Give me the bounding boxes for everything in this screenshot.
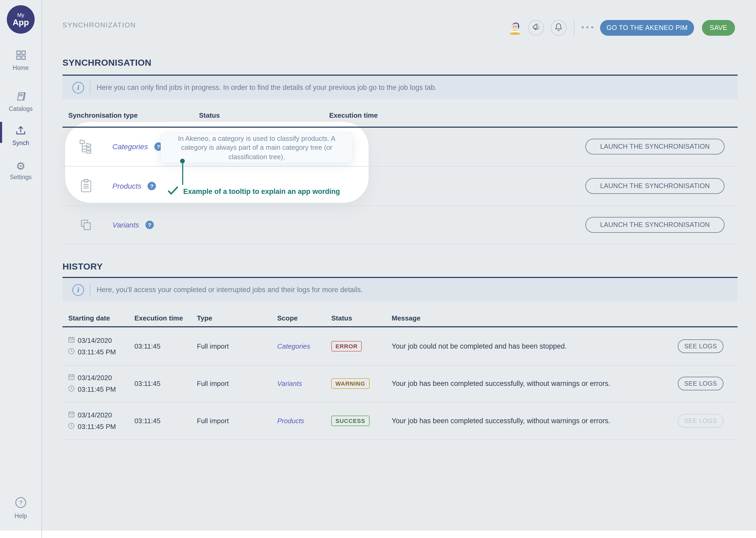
message-cell: Your job has been completed successfully… <box>392 380 610 388</box>
message-cell: Your job could not be completed and has … <box>392 342 567 350</box>
see-logs-button[interactable]: SEE LOGS <box>678 377 724 390</box>
header-divider <box>574 20 574 36</box>
sidebar-item-home[interactable]: Home <box>0 50 41 71</box>
column-header: Execution time <box>134 314 183 322</box>
sync-type-label: Variants <box>112 220 139 229</box>
column-header: Starting date <box>68 314 110 322</box>
see-logs-button-disabled[interactable]: SEE LOGS <box>678 414 724 427</box>
svg-text:?: ? <box>19 499 22 506</box>
starting-date-cell: 03/14/2020 03:11:45 PM <box>68 337 116 356</box>
notifications-button[interactable] <box>551 20 566 36</box>
home-icon <box>16 50 25 62</box>
execution-time-cell: 03:11:45 <box>134 342 161 350</box>
sync-rule <box>63 75 737 76</box>
type-cell: Full import <box>197 417 229 424</box>
categories-tree-icon <box>79 139 93 154</box>
starting-date: 03/14/2020 <box>78 411 112 419</box>
info-icon: i <box>72 284 84 296</box>
column-header: Synchronisation type <box>68 111 138 119</box>
products-clipboard-icon <box>79 179 93 193</box>
column-header: Status <box>199 111 220 119</box>
logo-text-top: My <box>17 12 24 18</box>
app-logo[interactable]: My App <box>7 5 35 34</box>
calendar-icon <box>68 374 74 382</box>
help-question-badge[interactable]: ? <box>145 220 154 229</box>
sync-section-title: SYNCHRONISATION <box>63 58 152 68</box>
clock-icon <box>68 385 74 393</box>
execution-time-cell: 03:11:45 <box>134 380 161 388</box>
scope-cell[interactable]: Variants <box>277 380 302 388</box>
avatar[interactable] <box>508 21 522 35</box>
sync-info-text: Here you can only find jobs in progress.… <box>97 83 437 91</box>
scope-cell[interactable]: Products <box>277 417 304 424</box>
see-logs-button[interactable]: SEE LOGS <box>678 340 724 353</box>
calendar-icon <box>68 411 74 419</box>
sync-type-label: Products <box>112 182 141 190</box>
starting-time: 03:11:45 PM <box>78 385 116 393</box>
sidebar-item-label: Settings <box>10 174 31 180</box>
sidebar-item-help[interactable]: ? Help <box>0 497 41 519</box>
active-nav-indicator <box>0 122 2 143</box>
sync-row-variants: Variants ? LAUNCH THE SYNCHRONISATION <box>63 205 737 244</box>
history-section-title: HISTORY <box>63 262 103 272</box>
sidebar-item-label: Home <box>13 65 28 71</box>
history-rule <box>63 277 737 278</box>
variants-copy-icon <box>79 218 93 232</box>
launch-sync-button[interactable]: LAUNCH THE SYNCHRONISATION <box>586 138 725 154</box>
starting-time: 03:11:45 PM <box>78 422 116 430</box>
starting-date-cell: 03/14/2020 03:11:45 PM <box>68 411 116 430</box>
tooltip-pointer-dot <box>180 159 185 163</box>
row-divider <box>63 439 737 440</box>
tooltip-note: Example of a tooltip to explain an app w… <box>167 186 340 197</box>
history-row: 03/14/2020 03:11:45 PM 03:11:45 Full imp… <box>63 365 737 402</box>
row-divider <box>63 244 737 244</box>
save-button[interactable]: SAVE <box>702 20 735 36</box>
starting-date: 03/14/2020 <box>78 337 112 345</box>
column-header: Execution time <box>329 111 378 119</box>
help-icon: ? <box>15 497 26 510</box>
history-row: 03/14/2020 03:11:45 PM 03:11:45 Full imp… <box>63 402 737 439</box>
overflow-menu[interactable] <box>582 26 593 28</box>
sidebar-item-settings[interactable]: ⚙ Settings <box>0 161 41 180</box>
sidebar-divider <box>41 0 42 538</box>
sidebar-item-label: Synch <box>12 140 29 146</box>
info-icon: i <box>72 82 84 93</box>
column-header: Message <box>392 314 420 322</box>
announcements-button[interactable] <box>528 20 544 36</box>
go-to-pim-button[interactable]: GO TO THE AKENEO PIM <box>600 20 694 36</box>
starting-time: 03:11:45 PM <box>78 348 116 356</box>
clock-icon <box>68 348 74 356</box>
help-question-badge[interactable]: ? <box>148 182 156 190</box>
calendar-icon <box>68 337 74 345</box>
column-header: Status <box>331 314 352 322</box>
banner-separator <box>90 283 90 296</box>
checkmark-icon <box>167 186 178 197</box>
sync-info-banner: i Here you can only find jobs in progres… <box>63 76 737 99</box>
sidebar: My App Home Catalogs <box>0 0 41 538</box>
status-badge: WARNING <box>331 378 369 389</box>
message-cell: Your job has been completed successfully… <box>392 417 610 424</box>
app-window: My App Home Catalogs <box>0 0 756 538</box>
sidebar-item-catalogs[interactable]: Catalogs <box>0 92 41 112</box>
execution-time-cell: 03:11:45 <box>134 417 161 424</box>
megaphone-icon <box>531 22 541 34</box>
sync-table-header: Synchronisation type Status Execution ti… <box>63 111 737 121</box>
sidebar-item-synch[interactable]: Synch <box>0 126 41 146</box>
history-info-banner: i Here, you'll access your completed or … <box>63 278 737 301</box>
status-badge: ERROR <box>331 341 362 351</box>
scope-cell[interactable]: Categories <box>277 342 310 350</box>
launch-sync-button[interactable]: LAUNCH THE SYNCHRONISATION <box>586 217 725 233</box>
tooltip-pointer-line <box>182 163 183 185</box>
history-row: 03/14/2020 03:11:45 PM 03:11:45 Full imp… <box>63 327 737 365</box>
catalogs-icon <box>16 92 26 103</box>
status-cell: ERROR <box>331 341 362 351</box>
history-table-header: Starting date Execution time Type Scope … <box>63 314 737 324</box>
column-header: Scope <box>277 314 298 322</box>
sidebar-item-label: Catalogs <box>9 106 33 112</box>
status-badge: SUCCESS <box>331 415 369 426</box>
sync-type-label: Categories <box>112 142 148 150</box>
page-title: SYNCHRONIZATION <box>63 21 136 29</box>
sidebar-item-label: Help <box>15 513 27 519</box>
synch-upload-icon <box>16 126 26 137</box>
launch-sync-button[interactable]: LAUNCH THE SYNCHRONISATION <box>586 178 725 193</box>
